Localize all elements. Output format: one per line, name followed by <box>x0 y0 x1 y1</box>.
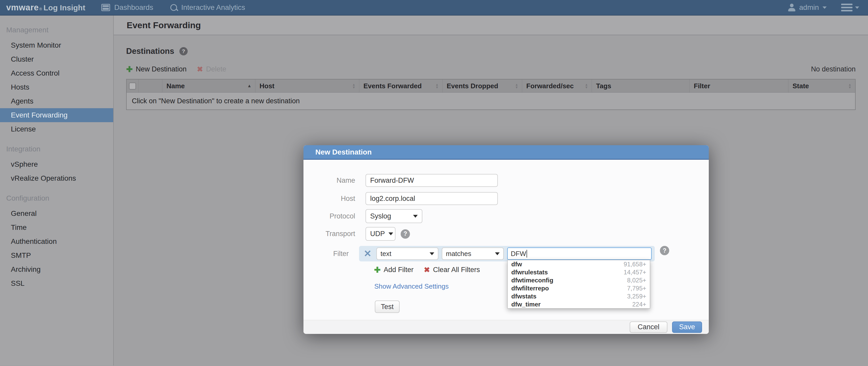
dialog-header: New Destination <box>304 145 709 160</box>
column-header-filter[interactable]: Filter <box>690 80 788 92</box>
transport-selected-value: UDP <box>370 230 385 238</box>
suggestion-item[interactable]: dfwrulestats 14,457+ <box>508 268 650 276</box>
select-all-cell <box>127 80 138 92</box>
table-empty-row: Click on "New Destination" to create a n… <box>127 92 855 110</box>
top-bar: vmware ® Log Insight Dashboards Interact… <box>0 0 868 16</box>
sidebar-item-smtp[interactable]: SMTP <box>0 249 113 262</box>
filter-row: ✕ text matches DFW dfw <box>359 246 655 261</box>
test-button[interactable]: Test <box>375 301 400 313</box>
user-menu[interactable]: admin <box>788 3 827 12</box>
nav-interactive-analytics[interactable]: Interactive Analytics <box>170 3 245 12</box>
sidebar-section-configuration: Configuration General Time Authenticatio… <box>0 189 113 290</box>
protocol-label: Protocol <box>304 212 366 220</box>
page-title: Event Forwarding <box>127 20 201 30</box>
sidebar-item-access-control[interactable]: Access Control <box>0 66 113 80</box>
column-header-tags[interactable]: Tags <box>592 80 690 92</box>
destinations-help-icon[interactable]: ? <box>179 47 188 55</box>
cancel-button[interactable]: Cancel <box>630 321 668 333</box>
transport-help-icon[interactable]: ? <box>401 229 410 238</box>
registered-mark: ® <box>39 7 42 11</box>
text-cursor <box>527 250 527 257</box>
filter-operator-select[interactable]: matches <box>442 248 504 260</box>
host-field[interactable] <box>366 192 498 205</box>
filter-field-select[interactable]: text <box>376 248 438 260</box>
dialog-footer: Cancel Save <box>304 320 709 334</box>
dropdown-caret-icon <box>495 252 500 255</box>
protocol-select[interactable]: Syslog <box>366 209 422 223</box>
sidebar-section-title: Integration <box>0 140 113 158</box>
host-label: Host <box>304 195 366 203</box>
dialog-title: New Destination <box>315 148 372 156</box>
select-all-checkbox[interactable] <box>129 83 136 89</box>
dialog-body: Name Host Protocol Syslog Transport UDP … <box>304 160 709 320</box>
table-header-row: Name ▲ Host ▲▼ Events Forwarded ▲▼ Event… <box>127 80 855 92</box>
dropdown-caret-icon <box>413 215 418 218</box>
suggestion-item[interactable]: dfwstats 3,259+ <box>508 292 650 300</box>
vmware-log-insight-logo[interactable]: vmware ® Log Insight <box>6 3 85 12</box>
nav-dashboards[interactable]: Dashboards <box>101 3 153 12</box>
app-menu-button[interactable] <box>841 4 859 11</box>
nav-dashboards-label: Dashboards <box>114 3 153 12</box>
remove-filter-icon[interactable]: ✕ <box>362 248 373 260</box>
admin-sidebar: Management System Monitor Cluster Access… <box>0 16 114 365</box>
filter-operator-value: matches <box>446 250 471 258</box>
protocol-selected-value: Syslog <box>370 212 391 220</box>
sort-icon: ▲▼ <box>352 83 355 89</box>
suggestion-item[interactable]: dfwtimeconfig 8,025+ <box>508 276 650 284</box>
autocomplete-dropdown: dfw 91,658+ dfwrulestats 14,457+ dfwtime… <box>507 260 650 309</box>
destinations-heading: Destinations <box>126 47 174 56</box>
plus-icon: ✚ <box>374 265 380 274</box>
suggestion-item[interactable]: dfw 91,658+ <box>508 260 650 268</box>
new-destination-button[interactable]: ✚ New Destination <box>126 65 187 74</box>
plus-icon: ✚ <box>126 65 133 74</box>
search-icon <box>170 4 177 11</box>
suggestion-item[interactable]: dfwfilterrepo 7,795+ <box>508 284 650 292</box>
show-advanced-settings-link[interactable]: Show Advanced Settings <box>374 282 449 290</box>
transport-select[interactable]: UDP <box>366 227 396 241</box>
delete-button[interactable]: ✖ Delete <box>197 65 226 74</box>
sidebar-item-event-forwarding[interactable]: Event Forwarding <box>0 108 113 122</box>
column-header-events-forwarded[interactable]: Events Forwarded ▲▼ <box>359 80 442 92</box>
sidebar-item-system-monitor[interactable]: System Monitor <box>0 38 113 52</box>
filter-value-input[interactable]: DFW <box>507 248 652 260</box>
name-field[interactable] <box>366 174 498 187</box>
add-filter-button[interactable]: ✚ Add Filter <box>374 265 413 274</box>
sidebar-item-hosts[interactable]: Hosts <box>0 80 113 94</box>
sidebar-item-agents[interactable]: Agents <box>0 94 113 108</box>
sidebar-item-ssl[interactable]: SSL <box>0 277 113 290</box>
sort-icon: ▲▼ <box>515 83 518 89</box>
name-label: Name <box>304 176 366 185</box>
sidebar-item-vsphere[interactable]: vSphere <box>0 158 113 171</box>
user-name: admin <box>799 3 819 12</box>
user-icon <box>788 4 796 11</box>
x-icon: ✖ <box>424 265 430 274</box>
destination-count-status: No destination <box>811 65 856 73</box>
dropdown-caret-icon <box>430 252 434 255</box>
column-header-name[interactable]: Name ▲ <box>162 80 255 92</box>
brand-text: vmware <box>6 3 39 12</box>
sidebar-item-cluster[interactable]: Cluster <box>0 52 113 66</box>
product-name: Log Insight <box>43 3 85 12</box>
sidebar-item-archiving[interactable]: Archiving <box>0 262 113 277</box>
dropdown-caret-icon <box>389 232 393 235</box>
column-header-forwarded-sec[interactable]: Forwarded/sec ▲▼ <box>522 80 592 92</box>
column-header-host[interactable]: Host ▲▼ <box>255 80 359 92</box>
save-button[interactable]: Save <box>672 321 702 333</box>
clear-all-filters-button[interactable]: ✖ Clear All Filters <box>424 265 480 274</box>
column-header-events-dropped[interactable]: Events Dropped ▲▼ <box>442 80 522 92</box>
empty-table-message: Click on "New Destination" to create a n… <box>132 97 300 105</box>
sidebar-item-authentication[interactable]: Authentication <box>0 234 113 249</box>
sidebar-item-vrealize-operations[interactable]: vRealize Operations <box>0 171 113 185</box>
sidebar-section-integration: Integration vSphere vRealize Operations <box>0 140 113 185</box>
dashboards-icon <box>101 4 110 11</box>
sort-icon: ▲▼ <box>585 83 588 89</box>
filter-help-icon[interactable]: ? <box>660 246 669 255</box>
suggestion-item[interactable]: dfw_timer 224+ <box>508 300 650 308</box>
column-header-state[interactable]: State ▲▼ <box>788 80 855 92</box>
sidebar-item-time[interactable]: Time <box>0 221 113 234</box>
page-header: Event Forwarding <box>114 16 868 35</box>
sidebar-item-general[interactable]: General <box>0 206 113 221</box>
sidebar-item-license[interactable]: License <box>0 122 113 136</box>
chevron-down-icon <box>855 6 859 9</box>
destinations-table: Name ▲ Host ▲▼ Events Forwarded ▲▼ Event… <box>126 79 856 110</box>
